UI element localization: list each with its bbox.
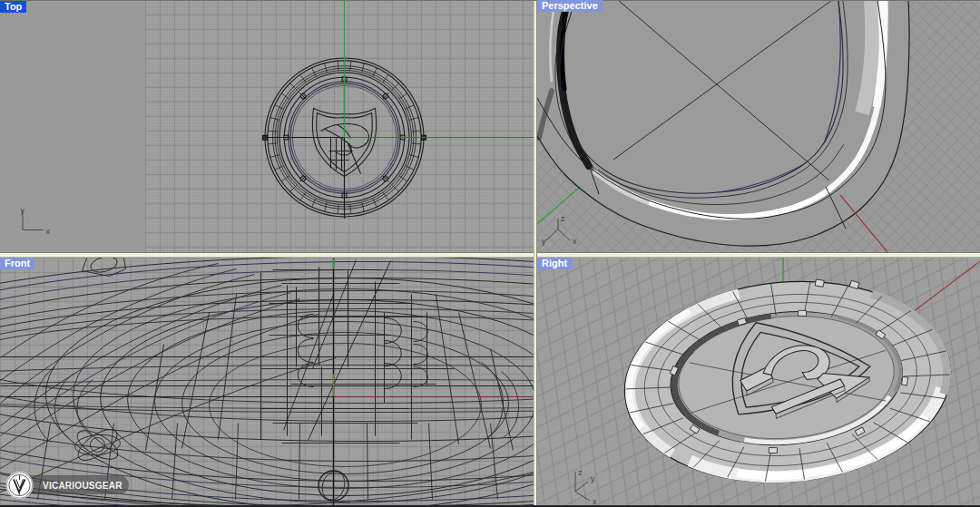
svg-text:y: y: [591, 474, 595, 483]
svg-text:x: x: [573, 237, 577, 246]
svg-text:z: z: [561, 214, 565, 223]
svg-text:z: z: [578, 468, 583, 477]
svg-text:y: y: [542, 237, 546, 246]
svg-text:VICARIOUSGEAR: VICARIOUSGEAR: [43, 480, 122, 492]
svg-text:x: x: [46, 227, 51, 236]
svg-text:y: y: [21, 206, 25, 215]
